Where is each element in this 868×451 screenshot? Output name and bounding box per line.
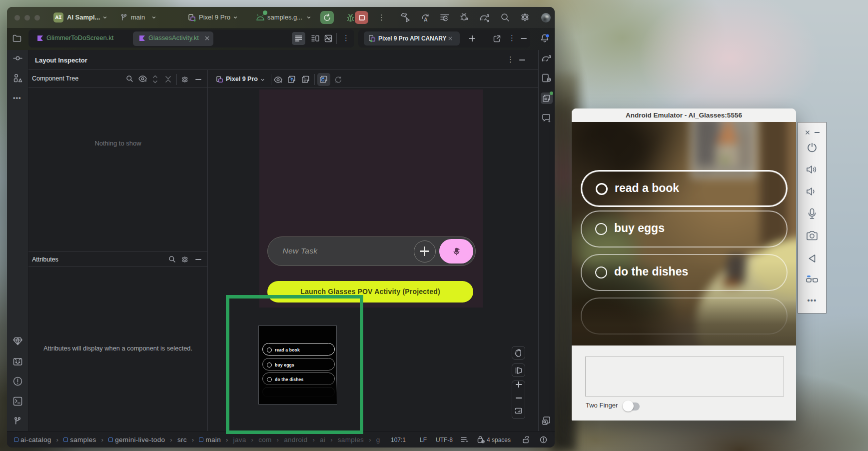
svg-text:A: A	[424, 16, 428, 22]
